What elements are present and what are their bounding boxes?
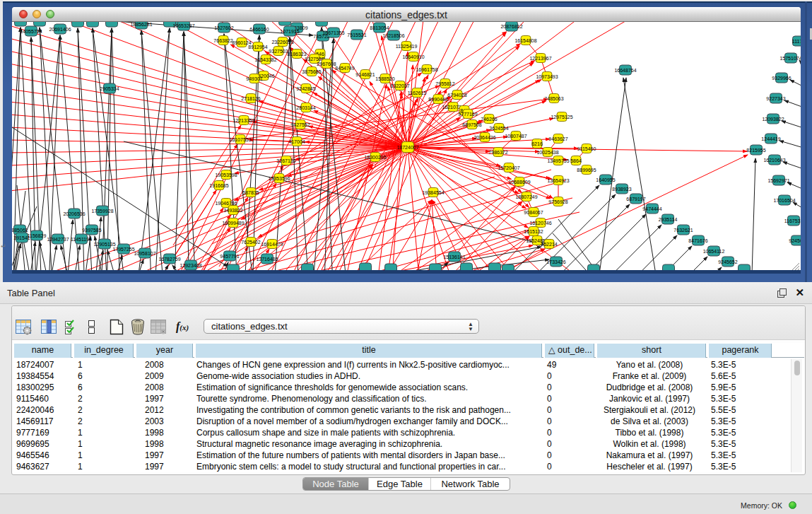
svg-text:8186323: 8186323 — [287, 52, 306, 57]
svg-text:12942737: 12942737 — [47, 237, 69, 242]
svg-text:10973493: 10973493 — [536, 74, 558, 79]
svg-text:9146821: 9146821 — [355, 72, 375, 77]
svg-text:2967608: 2967608 — [317, 62, 336, 66]
svg-text:1916685: 1916685 — [209, 183, 228, 188]
svg-text:1615132: 1615132 — [524, 229, 543, 234]
svg-text:16120746: 16120746 — [529, 221, 551, 226]
svg-text:9397585: 9397585 — [82, 228, 101, 233]
svg-text:2905334: 2905334 — [100, 86, 119, 91]
svg-text:18856281: 18856281 — [130, 22, 152, 27]
svg-text:9756928: 9756928 — [548, 199, 567, 204]
svg-text:20364436: 20364436 — [473, 135, 495, 140]
svg-text:18807249: 18807249 — [515, 194, 537, 199]
svg-text:9327503: 9327503 — [269, 49, 288, 54]
svg-text:19053598: 19053598 — [215, 173, 237, 177]
svg-text:8912954: 8912954 — [248, 45, 267, 49]
svg-text:7986372: 7986372 — [488, 150, 507, 155]
svg-text:16914479: 16914479 — [261, 242, 283, 247]
svg-text:16210643: 16210643 — [763, 158, 785, 163]
svg-text:12213967: 12213967 — [529, 56, 551, 61]
svg-text:12923448: 12923448 — [180, 263, 201, 268]
svg-text:252214: 252214 — [541, 242, 557, 247]
svg-text:7632621: 7632621 — [673, 228, 693, 233]
svg-text:11172: 11172 — [792, 39, 801, 44]
svg-text:1588520: 1588520 — [375, 76, 394, 81]
svg-text:949301: 949301 — [246, 76, 262, 81]
svg-text:17359928: 17359928 — [91, 209, 113, 214]
svg-text:13654923: 13654923 — [547, 178, 569, 183]
svg-text:10653287: 10653287 — [172, 23, 194, 28]
svg-text:8215955: 8215955 — [746, 148, 765, 153]
svg-text:6897508: 6897508 — [462, 122, 481, 127]
svg-text:10688609: 10688609 — [508, 180, 530, 185]
svg-text:12213359: 12213359 — [233, 118, 254, 123]
svg-text:16099489: 16099489 — [222, 221, 244, 226]
svg-text:8899695: 8899695 — [577, 168, 596, 173]
svg-text:14055714: 14055714 — [20, 29, 42, 34]
svg-text:20206536: 20206536 — [63, 211, 85, 216]
svg-text:9474444: 9474444 — [642, 206, 661, 211]
svg-text:19218506: 19218506 — [382, 33, 404, 38]
svg-text:1156829: 1156829 — [28, 233, 47, 238]
svg-text:7625402: 7625402 — [241, 240, 260, 245]
svg-text:924502: 924502 — [789, 238, 801, 243]
svg-text:15720407: 15720407 — [498, 165, 519, 170]
svg-text:8471676: 8471676 — [688, 238, 707, 243]
svg-text:2718126: 2718126 — [241, 96, 260, 101]
svg-text:16782759: 16782759 — [158, 257, 180, 262]
svg-text:9245652: 9245652 — [718, 259, 737, 264]
svg-text:12905135: 12905135 — [93, 242, 115, 247]
svg-text:1640955: 1640955 — [596, 177, 615, 182]
svg-text:8813054: 8813054 — [370, 25, 389, 30]
svg-text:17957255: 17957255 — [112, 247, 134, 252]
svg-text:16107553: 16107553 — [229, 137, 251, 142]
svg-text:9242845: 9242845 — [296, 86, 315, 91]
svg-text:9327508: 9327508 — [305, 57, 324, 62]
svg-text:5864: 5864 — [570, 158, 582, 163]
svg-text:13495755: 13495755 — [547, 158, 569, 163]
svg-text:19384554: 19384554 — [422, 190, 444, 195]
svg-text:2803144: 2803144 — [296, 105, 315, 110]
svg-text:16671355: 16671355 — [322, 30, 344, 35]
svg-text:8938923: 8938923 — [612, 187, 631, 192]
svg-text:8990448: 8990448 — [428, 97, 447, 102]
svg-text:7663822: 7663822 — [213, 38, 233, 43]
svg-text:3875685: 3875685 — [302, 69, 321, 74]
svg-text:17016504: 17016504 — [773, 198, 795, 203]
svg-text:1162615: 1162615 — [408, 90, 427, 95]
svg-text:1733426: 1733426 — [546, 259, 565, 264]
svg-text:16961758: 16961758 — [416, 67, 437, 72]
svg-text:1527602: 1527602 — [214, 25, 233, 30]
svg-text:9463627: 9463627 — [548, 136, 567, 141]
svg-text:6466160: 6466160 — [249, 27, 269, 32]
svg-text:3493822: 3493822 — [223, 208, 242, 213]
svg-text:20876812: 20876812 — [500, 24, 522, 29]
svg-text:20691406: 20691406 — [49, 27, 71, 32]
svg-text:587835: 587835 — [242, 190, 259, 195]
svg-text:9329966: 9329966 — [772, 76, 791, 81]
svg-text:746266: 746266 — [481, 117, 497, 122]
svg-text:6794028: 6794028 — [447, 93, 466, 98]
svg-text:9457791: 9457791 — [220, 254, 239, 259]
svg-text:13353596: 13353596 — [268, 176, 290, 181]
svg-text:11325419: 11325419 — [396, 44, 418, 49]
svg-text:18300295: 18300295 — [364, 155, 386, 160]
svg-text:16543382: 16543382 — [254, 57, 276, 62]
svg-text:18724007: 18724007 — [396, 145, 418, 150]
svg-text:9227343: 9227343 — [766, 96, 785, 101]
svg-text:10958107: 10958107 — [134, 251, 155, 256]
svg-text:7955812: 7955812 — [435, 81, 454, 86]
svg-text:16640910: 16640910 — [402, 54, 424, 59]
svg-text:8322037: 8322037 — [390, 83, 409, 88]
svg-text:11451194: 11451194 — [71, 237, 92, 242]
svg-text:13716485: 13716485 — [256, 257, 278, 262]
svg-text:12093822: 12093822 — [762, 117, 784, 122]
svg-text:885061: 885061 — [12, 228, 28, 233]
svg-text:9777169: 9777169 — [458, 112, 477, 117]
svg-text:15136141: 15136141 — [443, 255, 465, 259]
svg-text:23226058: 23226058 — [271, 40, 293, 45]
svg-text:8454749: 8454749 — [335, 66, 354, 71]
svg-text:2935114: 2935114 — [659, 217, 678, 222]
svg-text:7515521: 7515521 — [347, 33, 366, 37]
svg-text:16648764: 16648764 — [614, 68, 636, 73]
